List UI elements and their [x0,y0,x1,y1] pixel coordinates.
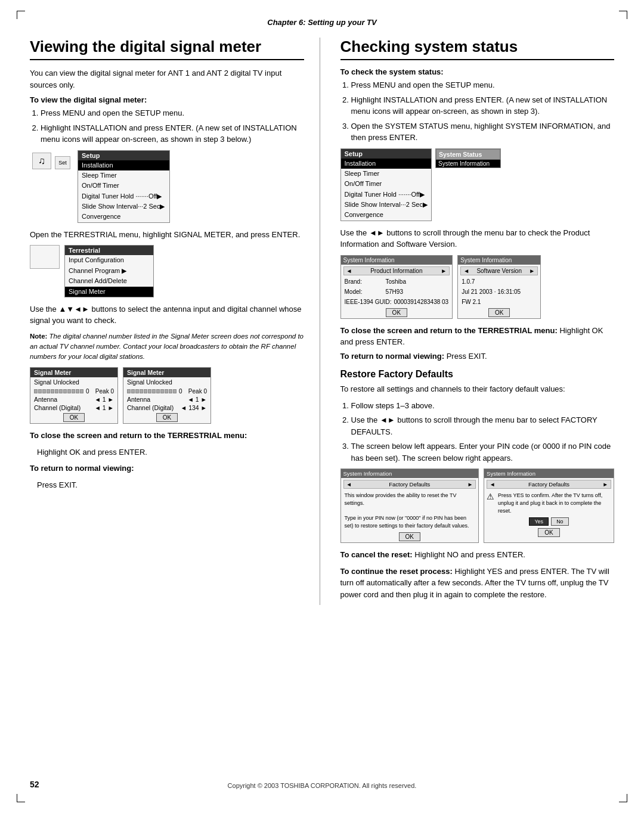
page-number: 52 [30,780,39,789]
setup-system-wrapper: Setup Installation Sleep Timer On/Off Ti… [340,148,615,221]
setup-menu-screen: Setup Installation Sleep Timer On/Off Ti… [78,150,170,223]
right-setup-item-2: On/Off Timer [341,179,431,189]
software-version-label: Software Version [476,268,522,274]
factory-left-subheader: ◄ Factory Defaults ► [343,480,476,489]
no-button[interactable]: No [551,517,569,526]
channel-row-2: Channel (Digital) ◄ 134 ► [123,404,210,412]
bar-seg [63,389,67,393]
yes-button[interactable]: Yes [529,517,549,526]
software-ok-row: OK [458,307,540,318]
bar-seg [38,389,42,393]
terrestrial-menu-screen: Terrestrial Input Configuration Channel … [64,245,154,297]
sw-date-value: Jul 21 2003 · 16:31:05 [462,287,521,296]
setup-icon-music: ♫ [32,153,51,169]
copyright: Copyright © 2003 TOSHIBA CORPORATION. Al… [228,782,417,789]
channel-arrows-1: ◄ 1 ► [95,404,114,411]
peak-label-2: Peak 0 [188,388,207,395]
cancel-reset-bold: To cancel the reset: [340,550,413,559]
model-value: 57H93 [386,287,403,296]
to-view-label: To view the digital signal meter: [30,95,304,104]
two-column-layout: Viewing the digital signal meter You can… [30,38,614,605]
system-status-item-0: System Information [436,160,500,167]
restore-step-1: Follow steps 1–3 above. [351,400,615,412]
sw-version-value: 1.0.7 [462,277,475,286]
signal-meter-note: Note: The digital channel number listed … [30,331,304,362]
right-setup-item-0: Installation [341,159,431,169]
terrestrial-item-2: Channel Add/Delete [65,276,153,286]
bar-seg [156,389,160,393]
factory-right-ok[interactable]: OK [538,528,559,537]
warning-icon: ⚠ [487,492,494,514]
bar-seg [72,389,75,393]
guid-value: 00003914283438 03 [394,297,448,306]
left-step3: Open the TERRESTRIAL menu, highlight SIG… [30,229,304,241]
left-column: Viewing the digital signal meter You can… [30,38,320,605]
bar-seg [148,389,151,393]
note-bold: Note: [30,333,47,340]
close-screen-text: Highlight OK and press ENTER. [37,446,304,458]
right-close-terrestrial: To close the screen and return to the TE… [340,325,615,348]
channel-arrows-2: ◄ 134 ► [181,404,207,411]
signal-unlocked-2: Signal Unlocked [123,377,210,388]
factory-right-label: Factory Defaults [528,481,569,488]
right-section-title: Checking system status [340,38,615,60]
bar-seg [76,389,79,393]
model-label: Model: [345,287,383,296]
fw-row: FW 2.1 [458,297,540,307]
ok-btn-row-1: OK [30,412,117,423]
setup-icons-area: ♫ Set [30,150,73,172]
factory-left-header: System Information [341,469,479,478]
right-step-3: Open the SYSTEM STATUS menu, highlight S… [351,120,615,144]
corner-mark-tl [17,11,25,19]
right-step-2: Highlight INSTALLATION and press ENTER. … [351,94,615,117]
sysinfo-software-screen: System Information ◄ Software Version ► … [457,255,541,319]
to-check-label: To check the system status: [340,67,615,76]
sysinfo-product-subheader: ◄ Product Information ► [343,266,450,275]
return-label-left: To return to normal viewing: [30,463,304,474]
brand-row: Brand: Toshiba [341,277,453,287]
brand-value: Toshiba [386,277,406,286]
product-ok-button[interactable]: OK [386,308,407,317]
setup-menu-item-3: Digital Tuner Hold ·······Off▶ [78,191,169,201]
bar-seg [160,389,164,393]
bar-seg [47,389,50,393]
signal-bar-row-2: 0 Peak 0 [123,387,210,395]
chapter-header: Chapter 6: Setting up your TV [30,18,614,27]
bar-seg [152,389,156,393]
antenna-label-1: Antenna [34,396,57,403]
signal-meter-header-2: Signal Meter [123,368,210,377]
fw-value: FW 2.1 [462,297,481,306]
arrow-left-fr: ◄ [490,481,495,488]
right-step4: Use the ◄► buttons to scroll through the… [340,227,615,250]
software-ok-button[interactable]: OK [488,308,510,317]
arrow-right-sw: ► [529,268,535,274]
left-steps-list: Press MENU and open the SETUP menu. High… [41,107,304,145]
setup-menu-wrapper: ♫ Set Setup Installation Sleep Timer On/… [30,150,304,223]
sysinfo-product-screen: System Information ◄ Product Information… [340,255,453,319]
terrestrial-blank-area [30,245,60,269]
factory-right-body: Press YES to confirm. After the TV turns… [498,492,611,514]
bar-seg [55,389,58,393]
channel-row-1: Channel (Digital) ◄ 1 ► [30,404,117,412]
factory-left-ok-row: OK [341,531,479,542]
setup-menu-item-2: On/Off Timer [78,181,169,191]
restore-step-3: The screen below left appears. Enter you… [351,440,615,464]
right-setup-item-1: Sleep Timer [341,169,431,179]
return-bold-label-left: To return to normal viewing: [30,464,134,473]
signal-meter-screen-1: Signal Meter Signal Unlocked [30,367,118,424]
continue-reset-text: To continue the reset process: Highlight… [340,566,615,601]
signal-bars-1 [34,389,83,393]
sysinfo-software-header: System Information [458,256,540,265]
terrestrial-item-3: Signal Meter [65,287,153,297]
bar-seg [127,389,131,393]
corner-mark-tr [619,11,627,19]
setup-menu-item-4: Slide Show Interval···2 Sec▶ [78,201,169,212]
ok-button-2[interactable]: OK [156,413,178,422]
ok-button-1[interactable]: OK [63,413,85,422]
right-return-text: Press EXIT. [447,352,487,361]
guid-row: IEEE-1394 GUID: 00003914283438 03 [341,297,453,307]
restore-intro: To restore all settings and channels to … [340,383,615,395]
factory-left-ok[interactable]: OK [399,532,420,541]
bar-seg [51,389,54,393]
product-info-label: Product Information [370,268,422,274]
